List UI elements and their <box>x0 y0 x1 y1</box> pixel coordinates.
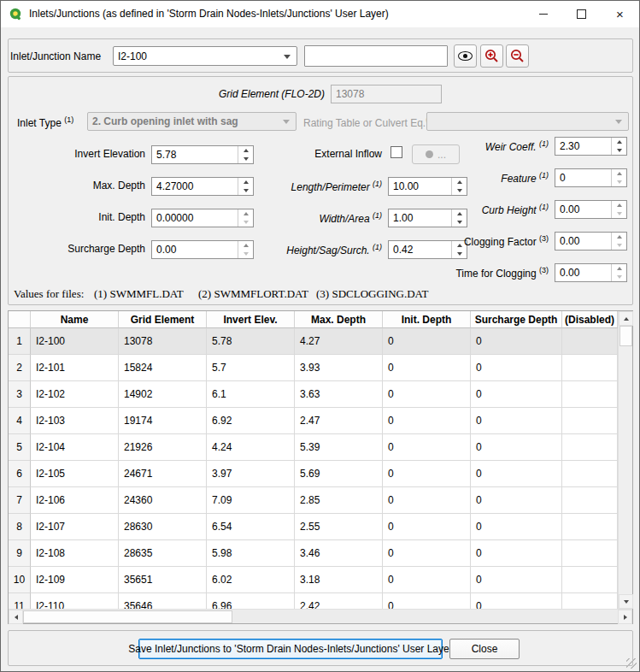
column-header[interactable]: (Disabled) <box>562 311 618 328</box>
table-cell[interactable]: 0 <box>383 567 471 593</box>
table-cell[interactable]: 0 <box>383 514 471 540</box>
table-cell[interactable]: 0 <box>471 381 562 408</box>
table-cell[interactable]: 21926 <box>119 434 207 461</box>
table-cell[interactable]: 0 <box>471 514 562 540</box>
table-cell[interactable]: I2-105 <box>31 461 119 487</box>
table-cell[interactable]: 0 <box>471 355 562 381</box>
inlet-type-combobox[interactable]: 2. Curb opening inlet with sag <box>87 112 297 131</box>
table-cell[interactable] <box>562 434 618 461</box>
row-number[interactable]: 1 <box>9 328 31 355</box>
column-header[interactable]: Name <box>31 311 119 328</box>
time-for-clogging-spinbox[interactable]: 0.00 <box>555 263 627 282</box>
row-number[interactable]: 10 <box>9 567 31 593</box>
table-cell[interactable] <box>562 487 618 514</box>
table-cell[interactable]: I2-108 <box>31 540 119 567</box>
row-number[interactable]: 5 <box>9 434 31 461</box>
table-cell[interactable]: I2-104 <box>31 434 119 461</box>
vertical-scroll-thumb[interactable] <box>619 326 632 346</box>
table-cell[interactable]: 3.93 <box>295 355 383 381</box>
save-button[interactable]: Save Inlet/Junctions to 'Storm Drain Nod… <box>138 639 443 659</box>
table-cell[interactable]: 24671 <box>119 461 207 487</box>
table-cell[interactable]: 2.42 <box>295 593 383 609</box>
table-cell[interactable]: 4.24 <box>207 434 295 461</box>
table-cell[interactable]: 35646 <box>119 593 207 609</box>
table-cell[interactable] <box>562 593 618 609</box>
table-cell[interactable]: 2.55 <box>295 514 383 540</box>
table-cell[interactable]: 7.09 <box>207 487 295 514</box>
table-cell[interactable]: 35651 <box>119 567 207 593</box>
table-cell[interactable]: 0 <box>383 408 471 434</box>
table-cell[interactable]: 5.78 <box>207 328 295 355</box>
table-cell[interactable]: 13078 <box>119 328 207 355</box>
table-cell[interactable]: 0 <box>471 567 562 593</box>
table-cell[interactable]: I2-102 <box>31 381 119 408</box>
table-cell[interactable]: 0 <box>383 487 471 514</box>
scroll-down-button[interactable] <box>619 594 633 609</box>
table-cell[interactable]: 0 <box>383 540 471 567</box>
row-number[interactable]: 4 <box>9 408 31 434</box>
column-header[interactable]: Max. Depth <box>295 311 383 328</box>
table-cell[interactable]: 0 <box>471 461 562 487</box>
table-cell[interactable]: 6.1 <box>207 381 295 408</box>
maximize-button[interactable] <box>562 1 601 27</box>
external-inflow-checkbox[interactable] <box>390 146 402 158</box>
spin-down-button[interactable] <box>612 273 626 281</box>
table-cell[interactable]: 0 <box>383 381 471 408</box>
rating-table-combobox[interactable] <box>426 112 629 131</box>
table-cell[interactable]: 4.27 <box>295 328 383 355</box>
table-cell[interactable] <box>562 355 618 381</box>
table-cell[interactable] <box>562 540 618 567</box>
table-cell[interactable]: 0 <box>471 487 562 514</box>
close-button[interactable]: × <box>601 1 639 27</box>
table-cell[interactable]: 28635 <box>119 540 207 567</box>
vertical-scrollbar[interactable] <box>618 311 632 609</box>
spin-up-button[interactable] <box>612 233 626 241</box>
spin-down-button[interactable] <box>452 250 467 258</box>
table-cell[interactable]: 5.39 <box>295 434 383 461</box>
horizontal-scrollbar[interactable] <box>9 609 632 623</box>
table-cell[interactable]: 0 <box>383 355 471 381</box>
table-cell[interactable]: 0 <box>471 593 562 609</box>
row-number[interactable]: 11 <box>9 593 31 609</box>
feature-spinbox[interactable]: 0 <box>555 168 627 187</box>
spin-up-button[interactable] <box>612 138 626 146</box>
table-cell[interactable]: 6.54 <box>207 514 295 540</box>
table-cell[interactable]: 15824 <box>119 355 207 381</box>
table-cell[interactable]: 5.7 <box>207 355 295 381</box>
spin-up-button[interactable] <box>612 201 626 209</box>
table-cell[interactable]: I2-107 <box>31 514 119 540</box>
zoom-out-button[interactable] <box>506 44 529 68</box>
curb-height-spinbox[interactable]: 0.00 <box>555 200 627 219</box>
table-cell[interactable]: 24360 <box>119 487 207 514</box>
table-cell[interactable]: 6.92 <box>207 408 295 434</box>
table-cell[interactable]: I2-101 <box>31 355 119 381</box>
table-cell[interactable] <box>562 408 618 434</box>
max-depth-spinbox[interactable]: 4.27000 <box>151 177 254 196</box>
table-cell[interactable]: 3.18 <box>295 567 383 593</box>
table-cell[interactable]: 0 <box>383 461 471 487</box>
spin-down-button[interactable] <box>452 218 467 227</box>
column-header[interactable]: Init. Depth <box>383 311 471 328</box>
row-number[interactable]: 3 <box>9 381 31 408</box>
table-cell[interactable]: 0 <box>471 434 562 461</box>
table-cell[interactable]: 3.97 <box>207 461 295 487</box>
table-cell[interactable]: I2-106 <box>31 487 119 514</box>
table-cell[interactable] <box>562 381 618 408</box>
weir-coeff-spinbox[interactable]: 2.30 <box>555 137 627 156</box>
eye-button[interactable] <box>454 44 477 68</box>
table-cell[interactable]: I2-103 <box>31 408 119 434</box>
table-cell[interactable]: 3.46 <box>295 540 383 567</box>
horizontal-scroll-thumb[interactable] <box>23 610 232 623</box>
zoom-in-button[interactable] <box>480 44 503 68</box>
spin-up-button[interactable] <box>612 264 626 273</box>
table-cell[interactable]: 0 <box>383 434 471 461</box>
table-cell[interactable]: 2.85 <box>295 487 383 514</box>
row-number[interactable]: 9 <box>9 540 31 567</box>
resize-grip[interactable] <box>626 658 637 669</box>
spin-down-button[interactable] <box>612 178 626 186</box>
column-header[interactable]: Grid Element <box>119 311 207 328</box>
spin-down-button[interactable] <box>452 186 467 195</box>
table-cell[interactable]: 2.47 <box>295 408 383 434</box>
scroll-right-button[interactable] <box>618 610 632 624</box>
row-number[interactable]: 8 <box>9 514 31 540</box>
